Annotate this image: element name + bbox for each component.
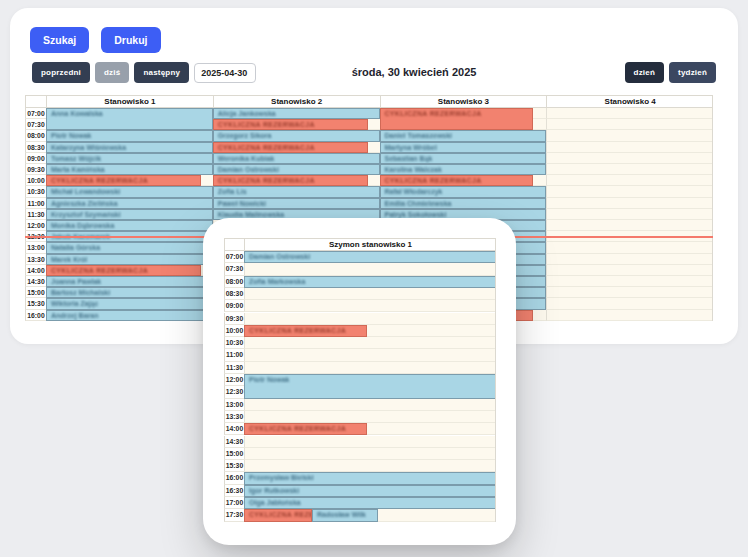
reservation-block[interactable]: Karolina Walczak <box>380 164 547 175</box>
reservation-block[interactable]: Joanna Pawlak <box>46 276 213 287</box>
reservation-label: Damian Ostrowski <box>214 165 379 173</box>
time-gutter-header <box>224 238 244 251</box>
recurring-reservation-block[interactable]: CYKLICZNA REZERWACJA <box>380 175 533 186</box>
time-label: 09:30 <box>224 313 244 325</box>
time-label: 17:30 <box>224 509 244 521</box>
time-label: 12:30 <box>224 386 244 398</box>
reservation-block[interactable]: Emilia Chmielewska <box>380 198 547 209</box>
time-label: 09:00 <box>25 153 46 164</box>
time-label: 13:00 <box>224 399 244 411</box>
recurring-reservation-block[interactable]: CYKLICZNA REZERWACJA <box>244 423 367 435</box>
reservation-label: Joanna Pawlak <box>47 277 212 285</box>
search-button[interactable]: Szukaj <box>30 27 89 53</box>
time-label: 14:30 <box>224 436 244 448</box>
reservation-label: Emilia Chmielewska <box>381 199 546 207</box>
reservation-block[interactable]: Katarzyna Wiśniewska <box>46 142 213 153</box>
reservation-label: Monika Dąbrowska <box>47 221 212 229</box>
reservation-block[interactable]: Daniel Tomaszewski <box>380 130 547 141</box>
reservation-block[interactable]: Weronika Kubiak <box>213 153 380 164</box>
reservation-label: Zofia Lis <box>214 187 379 195</box>
empty-slot <box>546 130 713 141</box>
reservation-block[interactable]: Natalia Górska <box>46 242 213 253</box>
reservation-block[interactable]: Krzysztof Szymański <box>46 209 213 220</box>
reservation-block[interactable]: Tomasz Wójcik <box>46 153 213 164</box>
recurring-reservation-block[interactable]: CYKLICZNA REZERWACJA <box>213 119 368 130</box>
recurring-reservation-block[interactable]: CYKLICZNA REZERWACJA <box>213 175 368 186</box>
time-label: 10:30 <box>224 337 244 349</box>
recurring-reservation-block[interactable]: CYKLICZNA REZERWACJA <box>46 265 201 276</box>
reservation-block[interactable]: Andrzej Baran <box>46 310 213 321</box>
reservation-block[interactable]: Sebastian Bąk <box>380 153 547 164</box>
time-label: 17:00 <box>224 497 244 509</box>
actions-toolbar: Szukaj Drukuj <box>30 27 161 53</box>
day-view-button[interactable]: dzień <box>625 62 664 83</box>
time-label: 12:00 <box>25 220 46 231</box>
reservation-block[interactable]: Radosław Wilk <box>312 509 378 521</box>
reservation-block[interactable]: Przemysław Bielski <box>244 472 496 484</box>
reservation-label: Paweł Nowicki <box>214 199 379 207</box>
time-label: 15:30 <box>25 298 46 309</box>
reservation-block[interactable]: Grzegorz Sikora <box>213 130 380 141</box>
time-label: 11:30 <box>224 362 244 374</box>
reservation-label: Sebastian Bąk <box>381 154 546 162</box>
previous-day-button[interactable]: poprzedni <box>32 62 90 83</box>
recurring-reservation-block[interactable]: CYKLICZNA REZERWACJA <box>380 108 533 130</box>
reservation-block[interactable]: Bartosz Michalski <box>46 287 213 298</box>
empty-slot <box>546 198 713 209</box>
reservation-block[interactable]: Piotr Nowak <box>244 374 496 399</box>
reservation-block[interactable]: Rafał Włodarczyk <box>380 186 547 197</box>
reservation-block[interactable]: Damian Ostrowski <box>213 164 380 175</box>
week-view-button[interactable]: tydzień <box>669 62 716 83</box>
reservation-block[interactable]: Martyna Wróbel <box>380 142 547 153</box>
reservation-block[interactable]: Marta Kamińska <box>46 164 213 175</box>
empty-slot <box>546 287 713 298</box>
schedule-column: Anna KowalskaPiotr NowakKatarzyna Wiśnie… <box>46 108 213 321</box>
table-right-border <box>712 95 713 321</box>
reservation-label: Piotr Nowak <box>245 375 495 383</box>
reservation-block[interactable]: Wiktoria Zając <box>46 298 213 309</box>
modal-schedule-table: Szymon stanowisko 107:0007:3008:0008:300… <box>224 238 496 522</box>
reservation-block[interactable]: Marek Król <box>46 254 213 265</box>
reservation-block[interactable]: Olga Jabłońska <box>244 497 496 509</box>
time-label: 07:30 <box>25 119 46 130</box>
empty-slot <box>546 220 713 231</box>
empty-slot <box>546 254 713 265</box>
column-header: Stanowisko 4 <box>546 95 713 108</box>
reservation-label: Klaudia Malinowska <box>214 210 379 218</box>
reservation-label: Piotr Nowak <box>47 131 212 139</box>
column-header: Stanowisko 2 <box>213 95 380 108</box>
reservation-label: Marta Kamińska <box>47 165 212 173</box>
recurring-reservation-block[interactable]: CYKLICZNA REZERWACJA <box>244 509 312 521</box>
reservation-label: Wiktoria Zając <box>47 299 212 307</box>
time-label: 09:30 <box>25 164 46 175</box>
reservation-label: Martyna Wróbel <box>381 143 546 151</box>
reservation-block[interactable]: Paweł Nowicki <box>213 198 380 209</box>
recurring-reservation-block[interactable]: CYKLICZNA REZERWACJA <box>244 325 367 337</box>
reservation-label: Marek Król <box>47 255 212 263</box>
reservation-label: CYKLICZNA REZERWACJA <box>245 510 311 518</box>
print-button[interactable]: Drukuj <box>101 27 160 53</box>
empty-slot <box>546 310 713 321</box>
reservation-block[interactable]: Igor Rutkowski <box>244 485 496 497</box>
reservation-label: Rafał Włodarczyk <box>381 187 546 195</box>
reservation-block[interactable]: Piotr Nowak <box>46 130 213 141</box>
empty-slot <box>546 153 713 164</box>
empty-slot <box>546 175 713 186</box>
reservation-block[interactable]: Zofia Lis <box>213 186 380 197</box>
time-label: 08:30 <box>25 142 46 153</box>
reservation-block[interactable]: Alicja Jankowska <box>213 108 380 119</box>
recurring-reservation-block[interactable]: CYKLICZNA REZERWACJA <box>46 175 201 186</box>
empty-slot <box>244 300 496 312</box>
time-label: 07:30 <box>224 263 244 275</box>
reservation-block[interactable]: Agnieszka Zielińska <box>46 198 213 209</box>
recurring-reservation-block[interactable]: CYKLICZNA REZERWACJA <box>213 142 368 153</box>
reservation-block[interactable]: Michał Lewandowski <box>46 186 213 197</box>
reservation-block[interactable]: Zofia Markowska <box>244 276 496 288</box>
reservation-block[interactable]: Damian Ostrowski <box>244 251 496 263</box>
reservation-block[interactable]: Anna Kowalska <box>46 108 213 130</box>
reservation-block[interactable]: Monika Dąbrowska <box>46 220 213 231</box>
empty-slot <box>244 399 496 411</box>
time-label: 10:00 <box>224 325 244 337</box>
reservation-label: Agnieszka Zielińska <box>47 199 212 207</box>
time-label: 11:00 <box>25 198 46 209</box>
